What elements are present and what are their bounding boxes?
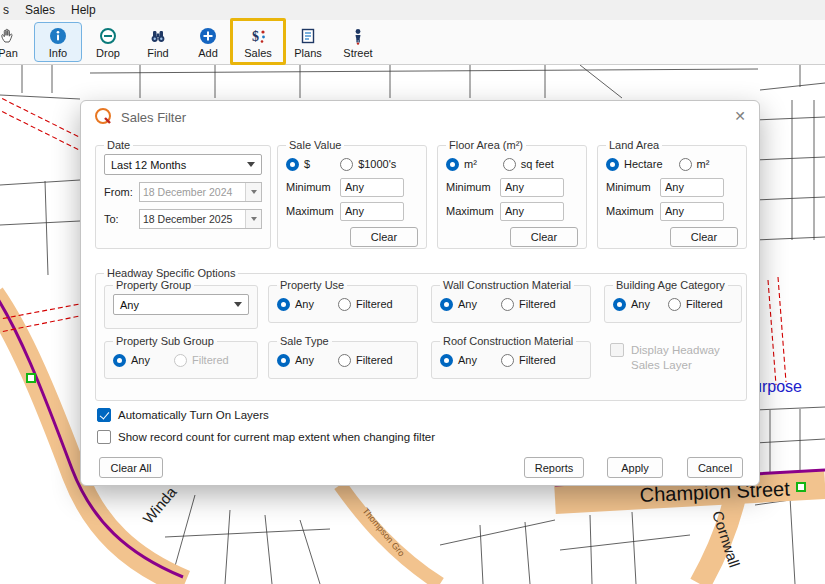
toolbar-button-find[interactable]: Find bbox=[134, 22, 182, 62]
menu-bar: s Sales Help bbox=[0, 0, 825, 20]
radio-building-age-any[interactable]: Any bbox=[613, 298, 650, 311]
radio-roof-material-any[interactable]: Any bbox=[440, 354, 477, 367]
radio-label: Any bbox=[131, 354, 150, 366]
property-group-dropdown[interactable]: Any bbox=[113, 294, 249, 315]
sales-filter-dialog: Sales Filter ✕ Date Last 12 Months From:… bbox=[80, 100, 760, 486]
radio-label: m² bbox=[464, 158, 477, 170]
find-icon bbox=[149, 26, 167, 46]
close-icon[interactable]: ✕ bbox=[734, 108, 746, 124]
toolbar-button-add[interactable]: Add bbox=[184, 22, 232, 62]
menu-item-sales[interactable]: Sales bbox=[17, 1, 63, 19]
sale-value-clear-button[interactable]: Clear bbox=[350, 227, 418, 247]
radio-property-use-any[interactable]: Any bbox=[277, 298, 314, 311]
sale-type-legend: Sale Type bbox=[277, 335, 332, 347]
radio-label: $1000's bbox=[358, 158, 396, 170]
street-icon bbox=[349, 26, 367, 46]
chevron-down-icon bbox=[251, 190, 257, 194]
property-sub-group-legend: Property Sub Group bbox=[113, 335, 217, 347]
property-use-legend: Property Use bbox=[277, 279, 347, 291]
minimum-label: Minimum bbox=[286, 181, 340, 193]
radio-building-age-filtered[interactable]: Filtered bbox=[668, 298, 723, 311]
dialog-titlebar[interactable]: Sales Filter ✕ bbox=[81, 101, 759, 133]
toolbar-button-info[interactable]: Info bbox=[34, 22, 82, 62]
floor-area-maximum-input[interactable] bbox=[500, 202, 564, 221]
toolbar: Pan Info Drop bbox=[0, 20, 825, 65]
drop-icon bbox=[99, 26, 117, 46]
auto-turn-on-layers-checkbox[interactable]: Automatically Turn On Layers bbox=[97, 408, 269, 422]
radio-indicator bbox=[338, 298, 351, 311]
sale-value-minimum-input[interactable] bbox=[340, 178, 404, 197]
to-date-picker[interactable]: 18 December 2025 bbox=[139, 209, 262, 229]
from-label: From: bbox=[104, 186, 139, 198]
toolbar-button-drop[interactable]: Drop bbox=[84, 22, 132, 62]
radio-indicator bbox=[440, 298, 453, 311]
toolbar-button-plans[interactable]: Plans bbox=[284, 22, 332, 62]
floor-area-clear-button[interactable]: Clear bbox=[510, 227, 578, 247]
radio-indicator bbox=[113, 354, 126, 367]
floor-area-legend: Floor Area (m²) bbox=[446, 139, 526, 151]
checkbox-label: Display Headway Sales Layer bbox=[631, 343, 742, 373]
chevron-down-icon bbox=[234, 302, 242, 307]
floor-area-minimum-input[interactable] bbox=[500, 178, 564, 197]
wall-material-box: Wall Construction Material Any Filtered bbox=[431, 279, 591, 323]
radio-indicator bbox=[501, 298, 514, 311]
clear-all-button[interactable]: Clear All bbox=[99, 457, 163, 478]
radio-wall-material-any[interactable]: Any bbox=[440, 298, 477, 311]
street-label-winda: Winda bbox=[139, 483, 180, 527]
radio-label: Filtered bbox=[519, 354, 556, 366]
toolbar-button-pan[interactable]: Pan bbox=[0, 22, 32, 62]
land-area-minimum-input[interactable] bbox=[660, 178, 724, 197]
show-record-count-checkbox[interactable]: Show record count for current map extent… bbox=[97, 430, 435, 444]
radio-land-area-m2[interactable]: m² bbox=[679, 158, 710, 171]
maximum-label: Maximum bbox=[286, 205, 340, 217]
radio-label: Filtered bbox=[356, 298, 393, 310]
toolbar-button-label: Pan bbox=[0, 47, 18, 59]
pan-icon bbox=[0, 26, 17, 46]
radio-wall-material-filtered[interactable]: Filtered bbox=[501, 298, 556, 311]
radio-sale-type-filtered[interactable]: Filtered bbox=[338, 354, 393, 367]
property-use-box: Property Use Any Filtered bbox=[268, 279, 418, 323]
menu-item-tools[interactable]: s bbox=[0, 1, 17, 19]
radio-sale-value-dollars[interactable]: $ bbox=[286, 158, 310, 171]
minimum-label: Minimum bbox=[606, 181, 660, 193]
radio-sale-type-any[interactable]: Any bbox=[277, 354, 314, 367]
checkbox-indicator bbox=[610, 343, 624, 357]
sales-icon: $ bbox=[249, 26, 267, 46]
radio-land-area-hectare[interactable]: Hectare bbox=[606, 158, 663, 171]
from-date-dropdown bbox=[245, 183, 261, 201]
date-range-dropdown[interactable]: Last 12 Months bbox=[104, 154, 262, 175]
floor-area-group: Floor Area (m²) m² sq feet Minimum Maxim… bbox=[437, 139, 587, 249]
sale-value-maximum-input[interactable] bbox=[340, 202, 404, 221]
land-area-maximum-input[interactable] bbox=[660, 202, 724, 221]
radio-property-use-filtered[interactable]: Filtered bbox=[338, 298, 393, 311]
plans-icon bbox=[299, 26, 317, 46]
toolbar-button-label: Info bbox=[49, 47, 67, 59]
app-logo-icon bbox=[94, 107, 112, 127]
minimum-label: Minimum bbox=[446, 181, 500, 193]
radio-property-sub-group-any[interactable]: Any bbox=[113, 354, 150, 367]
cancel-button[interactable]: Cancel bbox=[687, 457, 743, 478]
radio-sale-value-thousands[interactable]: $1000's bbox=[340, 158, 396, 171]
apply-button[interactable]: Apply bbox=[607, 457, 663, 478]
toolbar-button-label: Find bbox=[147, 47, 168, 59]
radio-label: $ bbox=[304, 158, 310, 170]
menu-item-help[interactable]: Help bbox=[63, 1, 104, 19]
toolbar-button-sales[interactable]: $ Sales bbox=[234, 22, 282, 62]
wall-material-legend: Wall Construction Material bbox=[440, 279, 574, 291]
checkbox-label: Automatically Turn On Layers bbox=[118, 409, 269, 421]
radio-indicator bbox=[340, 158, 353, 171]
from-date-picker: 18 December 2024 bbox=[139, 182, 262, 202]
radio-indicator bbox=[440, 354, 453, 367]
add-icon bbox=[199, 26, 217, 46]
reports-button[interactable]: Reports bbox=[524, 457, 584, 478]
land-area-clear-button[interactable]: Clear bbox=[670, 227, 738, 247]
radio-floor-area-m2[interactable]: m² bbox=[446, 158, 477, 171]
to-date-dropdown[interactable] bbox=[245, 210, 261, 228]
radio-roof-material-filtered[interactable]: Filtered bbox=[501, 354, 556, 367]
radio-label: Any bbox=[458, 354, 477, 366]
checkbox-indicator bbox=[97, 408, 111, 422]
sale-value-group: Sale Value $ $1000's Minimum Maximum Cle bbox=[277, 139, 427, 249]
toolbar-button-street[interactable]: Street bbox=[334, 22, 382, 62]
radio-floor-area-sqfeet[interactable]: sq feet bbox=[503, 158, 554, 171]
radio-property-sub-group-filtered: Filtered bbox=[174, 354, 229, 367]
